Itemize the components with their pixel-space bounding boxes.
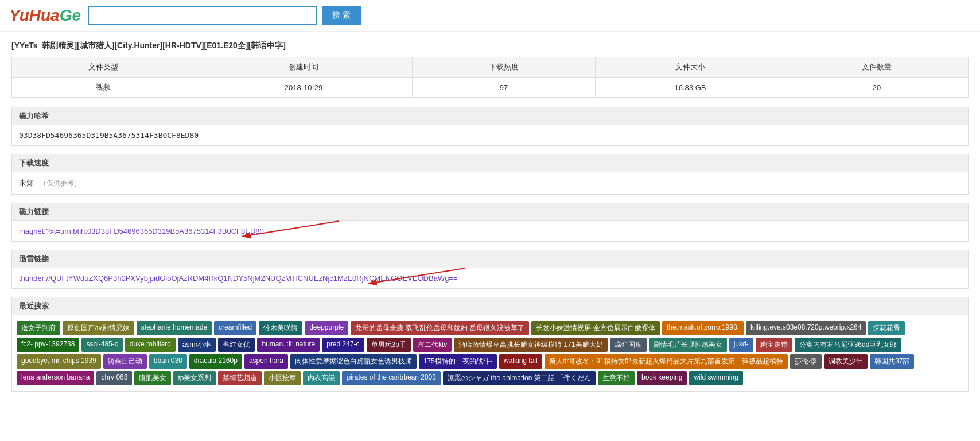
tag-item[interactable]: 当红女优 bbox=[218, 338, 255, 352]
thunder-section: 迅雷链接 thunder://QUFtYWduZXQ6P3h0PXVybjpid… bbox=[11, 250, 969, 289]
main-content: [YYeTs_韩剧精灵][城市猎人][City.Hunter][HR-HDTV]… bbox=[0, 32, 980, 401]
tag-item[interactable]: 剧情毛片长腿性感美女 bbox=[649, 338, 727, 352]
recent-section: 最近搜索 送女子到府原创国产av剧情兄妹stephanie homemadecr… bbox=[11, 297, 969, 392]
logo: YuHuaGe bbox=[9, 6, 81, 25]
tag-item[interactable]: 韩国共37部 bbox=[870, 354, 914, 369]
thunder-arrow-indicator bbox=[356, 264, 471, 292]
tag-item[interactable]: creamfilled bbox=[214, 321, 256, 335]
tag-item[interactable]: tp美女系列 bbox=[173, 371, 216, 385]
tag-item[interactable]: human. :ii: nature bbox=[257, 338, 320, 352]
col-filetype: 文件类型 bbox=[12, 57, 195, 78]
tag-item[interactable]: 骑乘自己动 bbox=[103, 354, 147, 369]
tag-item[interactable]: pred 247-c bbox=[322, 338, 364, 352]
svg-line-3 bbox=[368, 268, 465, 284]
tag-item[interactable]: lena anderson banana bbox=[17, 371, 94, 385]
tag-item[interactable]: killing.eve.s03e08.720p.webrip.x264 bbox=[746, 321, 866, 335]
magnet-section-title: 磁力链接 bbox=[12, 203, 968, 221]
cell-heat: 97 bbox=[412, 78, 595, 98]
tag-item[interactable]: aspen hara bbox=[244, 354, 288, 369]
thunder-section-body: thunder://QUFtYWduZXQ6P3h0PXVybjpidGloOj… bbox=[12, 268, 968, 288]
tag-item[interactable]: chrv 068 bbox=[96, 371, 132, 385]
header: YuHuaGe 搜 索 bbox=[0, 0, 980, 32]
cell-size: 16.83 GB bbox=[595, 78, 785, 98]
tag-item[interactable]: 漆黑のシャガ the animation 第二話 「件くだん bbox=[443, 371, 596, 385]
tag-item[interactable]: 莎伦·李 bbox=[790, 354, 822, 369]
tag-item[interactable]: 铃木美咲情 bbox=[259, 321, 302, 335]
tag-item[interactable]: walking tall bbox=[499, 354, 542, 369]
col-count: 文件数量 bbox=[785, 57, 969, 78]
hash-value: 03D38FD54696365D319B5A3675314F3B0CF8ED80 bbox=[19, 131, 199, 140]
logo-yu: Yu bbox=[9, 6, 29, 24]
magnet-section: 磁力链接 magnet:?xt=urn:btih:03D38FD54696365… bbox=[11, 203, 969, 242]
tag-item[interactable]: 新人dr哥改名：91模特女郎最新超火爆精品大片第九部首发第一弹极品超模特 bbox=[545, 354, 788, 369]
tag-item[interactable]: 腐烂国度 bbox=[610, 338, 647, 352]
arrow-indicator bbox=[230, 216, 345, 245]
col-heat: 下载热度 bbox=[412, 57, 595, 78]
tag-item[interactable]: duke robillard bbox=[125, 338, 176, 352]
tag-item[interactable]: ssni-485-c bbox=[81, 338, 122, 352]
tag-item[interactable]: 酒店激情爆草高挑长腿女神级模特 171美腿大奶 bbox=[454, 338, 607, 352]
tag-item[interactable]: 单男玩3p手 bbox=[367, 338, 411, 352]
tag-item[interactable]: 富二代ktv bbox=[413, 338, 452, 352]
tag-item[interactable]: pirates of the caribbean 2003 bbox=[342, 371, 440, 385]
col-size: 文件大小 bbox=[595, 57, 785, 78]
tag-item[interactable]: wild swimming bbox=[689, 371, 742, 385]
svg-line-1 bbox=[242, 221, 339, 237]
tag-item[interactable]: 小区按摩 bbox=[264, 371, 301, 385]
cell-created: 2018-10-29 bbox=[195, 78, 412, 98]
tag-item[interactable]: goodbye, mr. chips 1939 bbox=[17, 354, 101, 369]
tag-item[interactable]: 长发小妹激情视屏-全方位展示白嫩裸体 bbox=[531, 321, 660, 335]
recent-section-title: 最近搜索 bbox=[11, 297, 969, 315]
search-button[interactable]: 搜 索 bbox=[322, 6, 361, 25]
search-input[interactable] bbox=[88, 6, 317, 25]
magnet-link[interactable]: magnet:?xt=urn:btih:03D38FD54696365D319B… bbox=[19, 227, 264, 235]
hash-section-body: 03D38FD54696365D319B5A3675314F3B0CF8ED80 bbox=[12, 125, 968, 145]
speed-section-body: 未知 （仅供参考） bbox=[12, 172, 968, 194]
speed-note: （仅供参考） bbox=[40, 179, 81, 187]
tag-item[interactable]: 禁综艺频道 bbox=[218, 371, 262, 385]
speed-section: 下载速度 未知 （仅供参考） bbox=[11, 154, 969, 195]
col-created: 创建时间 bbox=[195, 57, 412, 78]
tag-item[interactable]: 送女子到府 bbox=[17, 321, 60, 335]
tag-item[interactable]: asmr小琳 bbox=[178, 338, 216, 352]
magnet-section-body: magnet:?xt=urn:btih:03D38FD54696365D319B… bbox=[12, 221, 968, 241]
table-row: 视频 2018-10-29 97 16.83 GB 20 bbox=[12, 78, 969, 98]
search-bar: 搜 索 bbox=[88, 6, 361, 25]
tag-item[interactable]: fc2- ppv-1392738 bbox=[17, 338, 79, 352]
tag-item[interactable]: 175模特的一夜的战斗- bbox=[419, 354, 497, 369]
tag-item[interactable]: 探花花臀 bbox=[868, 321, 905, 335]
tag-item[interactable]: stephanie homemade bbox=[137, 321, 212, 335]
tag-item[interactable]: the.mask.of.zorro.1998. bbox=[662, 321, 744, 335]
logo-hua: Hua bbox=[29, 6, 60, 24]
tag-item[interactable]: dracula 2160p bbox=[189, 354, 242, 369]
speed-section-title: 下载速度 bbox=[12, 154, 968, 172]
tag-item[interactable]: 龙哥的岳母来袭 双飞乱伦岳母和媳妇 岳母很久没被草了 bbox=[351, 321, 529, 335]
info-table: 文件类型 创建时间 下载热度 文件大小 文件数量 视频 2018-10-29 9… bbox=[11, 57, 969, 98]
logo-ge: Ge bbox=[60, 6, 81, 24]
hash-section-title: 磁力哈希 bbox=[12, 107, 968, 125]
tag-item[interactable]: 内衣高级 bbox=[303, 371, 340, 385]
tags-container: 送女子到府原创国产av剧情兄妹stephanie homemadecreamfi… bbox=[11, 315, 969, 392]
tag-item[interactable]: book keeping bbox=[637, 371, 687, 385]
hash-section: 磁力哈希 03D38FD54696365D319B5A3675314F3B0CF… bbox=[11, 107, 969, 146]
tag-item[interactable]: 生意不好 bbox=[598, 371, 635, 385]
tag-item[interactable]: 原创国产av剧情兄妹 bbox=[63, 321, 134, 335]
speed-value: 未知 bbox=[19, 179, 34, 187]
tag-item[interactable]: 公寓内有罗马尼亚36dd巨乳女郎 bbox=[795, 338, 902, 352]
thunder-section-title: 迅雷链接 bbox=[12, 250, 968, 268]
cell-count: 20 bbox=[785, 78, 969, 98]
tag-item[interactable]: jukd- bbox=[729, 338, 753, 352]
page-title: [YYeTs_韩剧精灵][城市猎人][City.Hunter][HR-HDTV]… bbox=[11, 41, 969, 51]
tag-item[interactable]: 肉体性爱摩擦涩色白虎瓶女色诱男技师 bbox=[290, 354, 417, 369]
tag-item[interactable]: 腹肌美女 bbox=[134, 371, 171, 385]
tag-item[interactable]: 糖宝走错 bbox=[756, 338, 792, 352]
tag-item[interactable]: deeppurple bbox=[305, 321, 348, 335]
cell-filetype: 视频 bbox=[12, 78, 195, 98]
tag-item[interactable]: 调教美少年 bbox=[824, 354, 868, 369]
tag-item[interactable]: bban 030 bbox=[149, 354, 187, 369]
